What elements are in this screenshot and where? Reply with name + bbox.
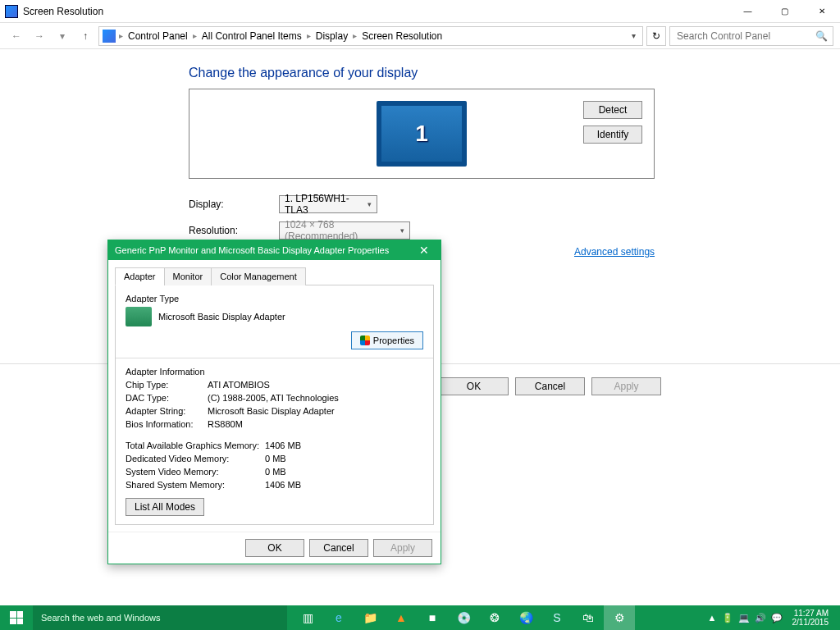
shared-mem-value: 1406 MB bbox=[265, 480, 301, 490]
network-icon[interactable]: 💻 bbox=[738, 613, 750, 623]
tab-adapter[interactable]: Adapter bbox=[115, 267, 165, 285]
system-tray: ▲ 🔋 💻 🔊 💬 11:27 AM 2/11/2015 bbox=[701, 609, 840, 627]
chip-type-value: ATI ATOMBIOS bbox=[208, 380, 270, 390]
start-button[interactable] bbox=[0, 605, 33, 630]
detect-button[interactable]: Detect bbox=[583, 101, 642, 119]
resolution-label: Resolution: bbox=[189, 225, 279, 236]
total-mem-value: 1406 MB bbox=[265, 441, 301, 450]
chevron-down-icon: ▾ bbox=[368, 200, 372, 208]
list-all-modes-button[interactable]: List All Modes bbox=[126, 498, 204, 516]
shared-mem-label: Shared System Memory: bbox=[126, 480, 265, 490]
dialog-apply-button[interactable]: Apply bbox=[373, 539, 432, 557]
main-buttons: OK Cancel Apply bbox=[439, 377, 661, 395]
total-mem-label: Total Available Graphics Memory: bbox=[126, 441, 265, 450]
crumb-cp[interactable]: Control Panel bbox=[126, 30, 189, 42]
resolution-value: 840 × 630 (Recommended) bbox=[285, 219, 397, 242]
adapter-string-value: Microsoft Basic Display Adapter bbox=[208, 406, 335, 416]
refresh-button[interactable]: ↻ bbox=[646, 26, 666, 46]
taskbar-search-placeholder: Search the web and Windows bbox=[41, 613, 161, 623]
uac-shield-icon bbox=[360, 336, 370, 345]
display-value: 1. LP156WH1-TLA3 bbox=[285, 193, 364, 216]
windows-logo-icon bbox=[10, 611, 23, 624]
dialog-title: Generic PnP Monitor and Microsoft Basic … bbox=[115, 245, 389, 255]
app-icon-3[interactable]: ❂ bbox=[479, 605, 510, 630]
chevron-down-icon: ▾ bbox=[400, 226, 404, 235]
chevron-right-icon: ▸ bbox=[307, 31, 311, 40]
explorer-icon[interactable]: 📁 bbox=[354, 605, 386, 630]
chevron-right-icon: ▸ bbox=[353, 31, 357, 40]
taskbar-apps: ▥ e 📁 ▲ ■ 💿 ❂ 🌏 S 🛍 ⚙ bbox=[292, 605, 635, 630]
store-icon[interactable]: 🛍 bbox=[573, 605, 604, 630]
volume-icon[interactable]: 🔊 bbox=[755, 613, 766, 623]
dialog-tabs: Adapter Monitor Color Management bbox=[115, 267, 434, 285]
chevron-right-icon: ▸ bbox=[193, 31, 197, 40]
close-button[interactable]: ✕ bbox=[803, 0, 840, 23]
dac-type-label: DAC Type: bbox=[126, 393, 208, 403]
address-bar[interactable]: ▸ Control Panel ▸ All Control Panel Item… bbox=[98, 26, 643, 46]
display-label: Display: bbox=[189, 199, 279, 210]
taskbar-search[interactable]: Search the web and Windows bbox=[33, 605, 287, 630]
search-icon: 🔍 bbox=[815, 30, 828, 42]
firefox-icon[interactable]: 🌏 bbox=[510, 605, 541, 630]
main-cancel-button[interactable]: Cancel bbox=[515, 377, 585, 395]
clock-time: 11:27 AM bbox=[792, 609, 829, 618]
window-titlebar: Screen Resolution ― ▢ ✕ bbox=[0, 0, 840, 23]
video-card-icon bbox=[126, 307, 152, 326]
main-apply-button[interactable]: Apply bbox=[591, 377, 661, 395]
minimize-button[interactable]: ― bbox=[729, 0, 766, 23]
properties-button[interactable]: Properties bbox=[351, 331, 423, 349]
monitor-number: 1 bbox=[415, 121, 428, 147]
address-dropdown[interactable]: ▾ bbox=[628, 31, 639, 40]
control-panel-icon[interactable]: ⚙ bbox=[604, 605, 635, 630]
monitor-preview[interactable]: 1 bbox=[377, 101, 467, 167]
crumb-res[interactable]: Screen Resolution bbox=[360, 30, 444, 42]
chip-type-label: Chip Type: bbox=[126, 380, 208, 390]
skype-icon[interactable]: S bbox=[541, 605, 573, 630]
search-box[interactable]: 🔍 bbox=[669, 26, 833, 46]
bios-label: Bios Information: bbox=[126, 419, 208, 429]
dialog-ok-button[interactable]: OK bbox=[245, 539, 304, 557]
dialog-buttons: OK Cancel Apply bbox=[108, 532, 441, 564]
vlc-icon[interactable]: ▲ bbox=[386, 605, 417, 630]
resolution-select[interactable]: 840 × 630 (Recommended) ▾ bbox=[279, 221, 410, 240]
up-button[interactable]: ↑ bbox=[75, 26, 95, 46]
tray-overflow-icon[interactable]: ▲ bbox=[708, 613, 717, 623]
advanced-settings-link[interactable]: Advanced settings bbox=[574, 246, 655, 258]
window-title: Screen Resolution bbox=[23, 6, 729, 17]
chevron-right-icon: ▸ bbox=[119, 31, 123, 40]
crumb-all[interactable]: All Control Panel Items bbox=[200, 30, 304, 42]
adapter-type-label: Adapter Type bbox=[126, 294, 423, 304]
dialog-titlebar[interactable]: Generic PnP Monitor and Microsoft Basic … bbox=[108, 240, 441, 260]
search-input[interactable] bbox=[675, 30, 815, 43]
battery-icon[interactable]: 🔋 bbox=[722, 613, 733, 623]
adapter-string-label: Adapter String: bbox=[126, 406, 208, 416]
ie-icon[interactable]: e bbox=[323, 605, 354, 630]
bios-value: RS880M bbox=[208, 419, 243, 429]
monitor-icon bbox=[5, 5, 18, 18]
app-icon-2[interactable]: 💿 bbox=[448, 605, 479, 630]
recent-button[interactable]: ▾ bbox=[52, 26, 72, 46]
tab-color[interactable]: Color Management bbox=[211, 267, 306, 285]
display-preview-box: 1 Detect Identify bbox=[189, 89, 655, 179]
notifications-icon[interactable]: 💬 bbox=[771, 613, 783, 623]
identify-button[interactable]: Identify bbox=[583, 126, 642, 144]
adapter-info-label: Adapter Information bbox=[126, 367, 423, 377]
adapter-properties-dialog: Generic PnP Monitor and Microsoft Basic … bbox=[107, 240, 441, 564]
page-heading: Change the appearance of your display bbox=[189, 66, 840, 80]
app-icon-1[interactable]: ■ bbox=[417, 605, 448, 630]
crumb-display[interactable]: Display bbox=[314, 30, 349, 42]
display-icon bbox=[103, 30, 116, 43]
clock-date: 2/11/2015 bbox=[792, 618, 829, 627]
forward-button[interactable]: → bbox=[30, 26, 49, 46]
maximize-button[interactable]: ▢ bbox=[766, 0, 803, 23]
task-view-icon[interactable]: ▥ bbox=[292, 605, 323, 630]
dialog-close-button[interactable]: ✕ bbox=[414, 244, 434, 257]
main-ok-button[interactable]: OK bbox=[439, 377, 509, 395]
back-button[interactable]: ← bbox=[7, 26, 26, 46]
dialog-cancel-button[interactable]: Cancel bbox=[309, 539, 368, 557]
window-controls: ― ▢ ✕ bbox=[729, 0, 840, 23]
display-select[interactable]: 1. LP156WH1-TLA3 ▾ bbox=[279, 195, 377, 213]
tab-monitor[interactable]: Monitor bbox=[164, 267, 212, 285]
taskbar-clock[interactable]: 11:27 AM 2/11/2015 bbox=[788, 609, 834, 627]
taskbar: Search the web and Windows ▥ e 📁 ▲ ■ 💿 ❂… bbox=[0, 605, 840, 630]
